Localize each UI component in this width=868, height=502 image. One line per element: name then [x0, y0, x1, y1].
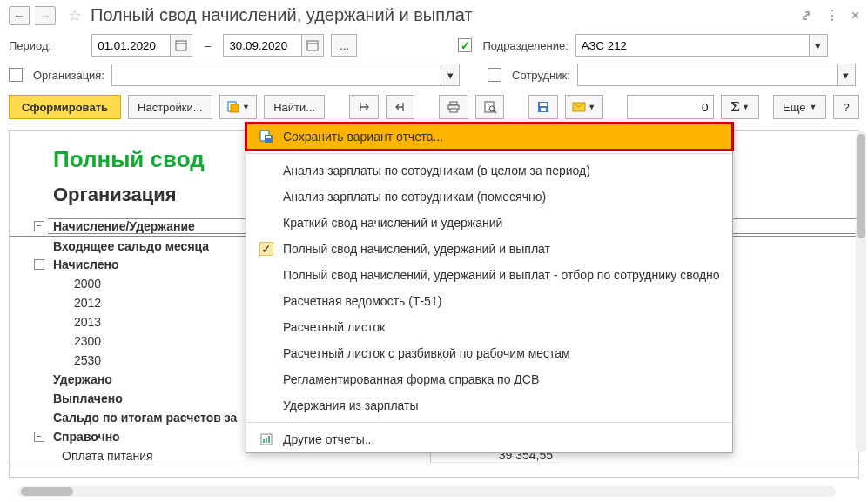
svg-rect-8 [450, 109, 457, 112]
check-icon: ✓ [259, 242, 273, 256]
subdivision-checkbox[interactable]: ✓ [458, 38, 472, 52]
period-to-calendar-icon[interactable] [301, 34, 324, 57]
dropdown-variant-item-selected[interactable]: ✓ Полный свод начислений, удержаний и вы… [246, 236, 732, 262]
svg-rect-6 [450, 102, 457, 105]
dropdown-variant-item[interactable]: Регламентированная форма справка по ДСВ [246, 366, 732, 392]
subdivision-input[interactable] [575, 34, 809, 57]
dropdown-variant-item[interactable]: Расчетный листок с разбивкой по рабочим … [246, 340, 732, 366]
tree-toggle[interactable]: − [34, 432, 44, 442]
employee-input[interactable] [577, 64, 837, 86]
period-picker-button[interactable]: ... [331, 34, 357, 57]
tree-toggle-root[interactable]: − [34, 221, 44, 231]
svg-rect-20 [263, 439, 265, 443]
svg-rect-0 [176, 41, 186, 50]
dropdown-item-label: Сохранить вариант отчета... [283, 130, 443, 144]
save-icon[interactable] [528, 95, 558, 119]
dropdown-variant-item[interactable]: Удержания из зарплаты [246, 392, 732, 418]
organization-checkbox[interactable] [9, 68, 23, 82]
organization-input[interactable] [111, 64, 441, 86]
report-variant-dropdown: Сохранить вариант отчета... Анализ зарпл… [246, 123, 733, 453]
svg-rect-18 [266, 136, 271, 138]
other-reports-icon [259, 432, 274, 446]
dropdown-item-label: Регламентированная форма справка по ДСВ [283, 372, 539, 386]
dropdown-other-reports[interactable]: Другие отчеты... [246, 426, 732, 452]
employee-label: Сотрудник: [512, 69, 570, 82]
email-dropdown-icon[interactable]: ▼ [565, 95, 603, 119]
dropdown-variant-item[interactable]: Краткий свод начислений и удержаний [246, 210, 732, 236]
find-button[interactable]: Найти... [264, 95, 325, 119]
subdivision-label: Подразделение: [482, 39, 568, 52]
report-variant-dropdown-button[interactable]: ▼ [219, 95, 258, 119]
period-to-input[interactable] [223, 34, 301, 57]
dropdown-item-label: Удержания из зарплаты [283, 398, 419, 412]
form-button[interactable]: Сформировать [9, 95, 121, 119]
svg-rect-21 [266, 438, 267, 443]
period-from-input[interactable] [91, 34, 170, 57]
nav-forward-button[interactable]: → [35, 6, 56, 25]
close-icon[interactable]: × [851, 8, 859, 23]
period-label: Период: [9, 39, 51, 52]
favorite-star-icon[interactable]: ☆ [68, 6, 82, 25]
dropdown-item-label: Полный свод начислений, удержаний и выпл… [283, 242, 550, 256]
dropdown-variant-item[interactable]: Анализ зарплаты по сотрудникам (помесячн… [246, 184, 732, 210]
dropdown-variant-item[interactable]: Анализ зарплаты по сотрудникам (в целом … [246, 157, 732, 184]
dropdown-item-label: Краткий свод начислений и удержаний [283, 216, 502, 230]
employee-dropdown-icon[interactable]: ▾ [837, 64, 856, 86]
dropdown-item-label: Расчетная ведомость (Т-51) [283, 294, 441, 308]
period-separator: – [205, 39, 211, 52]
dropdown-item-label: Расчетный листок с разбивкой по рабочим … [283, 346, 570, 360]
save-variant-icon [259, 130, 274, 144]
subdivision-dropdown-icon[interactable]: ▾ [809, 34, 828, 57]
vertical-scrollbar[interactable] [856, 131, 866, 452]
svg-rect-14 [541, 108, 546, 111]
svg-rect-22 [268, 436, 270, 443]
kebab-menu-icon[interactable]: ⋮ [825, 7, 839, 23]
dropdown-item-label: Другие отчеты... [283, 432, 374, 446]
employee-checkbox[interactable] [488, 68, 501, 82]
sum-dropdown-icon[interactable]: Σ ▼ [721, 95, 759, 119]
number-input[interactable] [627, 95, 714, 119]
svg-rect-2 [307, 41, 318, 50]
svg-rect-9 [485, 102, 494, 112]
dropdown-variant-item[interactable]: Полный свод начислений, удержаний и выпл… [246, 262, 732, 288]
help-button[interactable]: ? [833, 95, 859, 119]
horizontal-scrollbar[interactable] [17, 486, 836, 497]
link-icon[interactable] [799, 9, 813, 23]
settings-button[interactable]: Настройки... [128, 95, 212, 119]
organization-dropdown-icon[interactable]: ▾ [441, 64, 460, 86]
dropdown-item-label: Полный свод начислений, удержаний и выпл… [283, 268, 720, 282]
organization-label: Организация: [33, 69, 104, 82]
expand-all-icon[interactable] [349, 95, 379, 119]
svg-line-11 [494, 110, 496, 113]
dropdown-item-label: Анализ зарплаты по сотрудникам (помесячн… [283, 190, 546, 204]
print-icon[interactable] [439, 95, 468, 119]
nav-back-button[interactable]: ← [9, 6, 30, 25]
svg-rect-13 [540, 103, 547, 106]
dropdown-item-label: Анализ зарплаты по сотрудникам (в целом … [283, 164, 590, 177]
collapse-all-icon[interactable] [386, 95, 415, 119]
dropdown-variant-item[interactable]: Расчетная ведомость (Т-51) [246, 288, 732, 314]
more-button[interactable]: Еще ▼ [773, 95, 826, 119]
page-title: Полный свод начислений, удержаний и выпл… [91, 5, 794, 25]
dropdown-item-label: Расчетный листок [283, 320, 385, 334]
period-from-calendar-icon[interactable] [170, 34, 192, 57]
dropdown-variant-item[interactable]: Расчетный листок [246, 314, 732, 340]
dropdown-save-variant[interactable]: Сохранить вариант отчета... [246, 124, 732, 150]
tree-toggle[interactable]: − [34, 259, 44, 270]
preview-icon[interactable] [475, 95, 505, 119]
svg-rect-5 [231, 104, 239, 112]
